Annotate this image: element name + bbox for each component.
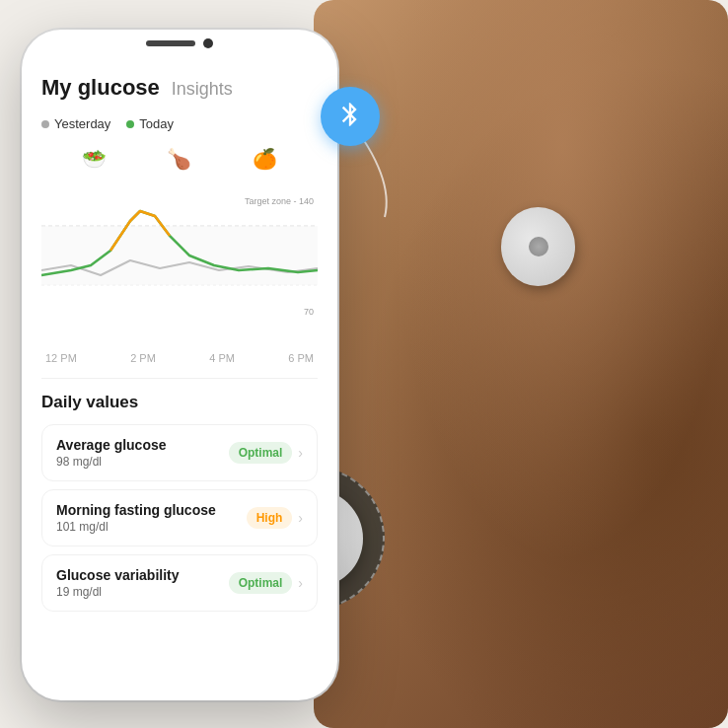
metric-right-fasting: High › xyxy=(247,507,303,529)
legend-yesterday-dot xyxy=(41,120,49,128)
chevron-icon-variability: › xyxy=(298,575,303,591)
section-divider xyxy=(41,378,318,379)
chart-legend: Yesterday Today xyxy=(41,116,318,131)
legend-today-label: Today xyxy=(139,116,174,131)
chart-food-icons: 🥗 🍗 🍊 xyxy=(41,147,318,171)
chevron-icon-average: › xyxy=(298,445,303,461)
app-title: My glucose xyxy=(41,75,160,101)
metric-value-variability: 19 mg/dl xyxy=(56,585,180,599)
food-icon-3: 🍊 xyxy=(253,147,277,171)
metric-info-average: Average glucose 98 mg/dl xyxy=(56,437,167,469)
phone-notch xyxy=(115,30,244,57)
metric-right-average: Optimal › xyxy=(229,442,303,464)
chart-svg xyxy=(41,177,318,344)
food-icon-2: 🍗 xyxy=(167,147,191,171)
metric-right-variability: Optimal › xyxy=(229,572,303,594)
x-label-6pm: 6 PM xyxy=(288,352,314,364)
x-axis: 12 PM 2 PM 4 PM 6 PM xyxy=(41,352,318,364)
sensor-patch xyxy=(501,207,575,286)
metric-info-fasting: Morning fasting glucose 101 mg/dl xyxy=(56,502,216,534)
food-icon-1: 🥗 xyxy=(82,147,107,171)
metric-value-average: 98 mg/dl xyxy=(56,455,167,469)
metric-label-variability: Glucose variability xyxy=(56,567,180,583)
phone-frame: My glucose Insights Yesterday Today 🥗 xyxy=(22,30,337,700)
legend-today: Today xyxy=(126,116,174,131)
metric-badge-fasting: High xyxy=(247,507,293,529)
daily-values-section: Daily values Average glucose 98 mg/dl Op… xyxy=(41,393,318,612)
metric-row-fasting[interactable]: Morning fasting glucose 101 mg/dl High › xyxy=(41,489,318,546)
svg-rect-2 xyxy=(41,226,318,285)
bluetooth-button[interactable] xyxy=(321,87,380,146)
legend-yesterday: Yesterday xyxy=(41,116,110,131)
metric-value-fasting: 101 mg/dl xyxy=(56,520,216,534)
legend-yesterday-label: Yesterday xyxy=(54,116,110,131)
x-label-12pm: 12 PM xyxy=(45,352,77,364)
metric-row-variability[interactable]: Glucose variability 19 mg/dl Optimal › xyxy=(41,554,318,612)
metric-label-fasting: Morning fasting glucose xyxy=(56,502,216,518)
tab-insights[interactable]: Insights xyxy=(172,79,233,100)
metric-row-average-glucose[interactable]: Average glucose 98 mg/dl Optimal › xyxy=(41,424,318,481)
glucose-chart: 🥗 🍗 🍊 Target zone - 140 70 xyxy=(41,147,318,344)
legend-today-dot xyxy=(126,120,134,128)
app-header: My glucose Insights xyxy=(41,67,318,101)
chevron-icon-fasting: › xyxy=(298,510,303,526)
phone-content: My glucose Insights Yesterday Today 🥗 xyxy=(22,30,337,700)
bluetooth-icon xyxy=(336,101,364,133)
x-label-4pm: 4 PM xyxy=(209,352,235,364)
metric-info-variability: Glucose variability 19 mg/dl xyxy=(56,567,180,599)
scene: My glucose Insights Yesterday Today 🥗 xyxy=(0,0,728,728)
daily-values-title: Daily values xyxy=(41,393,318,412)
notch-speaker xyxy=(146,40,195,46)
metric-badge-average: Optimal xyxy=(229,442,293,464)
metric-badge-variability: Optimal xyxy=(229,572,293,594)
metric-label-average: Average glucose xyxy=(56,437,167,453)
notch-camera xyxy=(203,38,213,48)
x-label-2pm: 2 PM xyxy=(130,352,156,364)
